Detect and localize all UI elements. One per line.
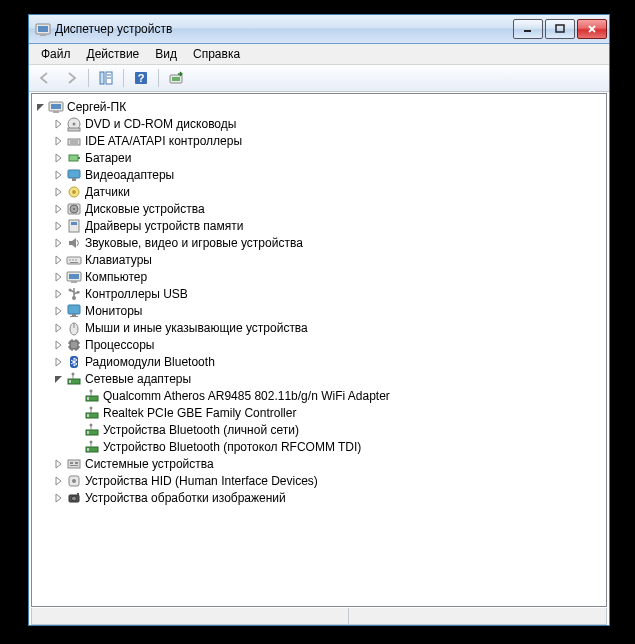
back-button[interactable] — [33, 66, 57, 90]
app-icon — [35, 21, 51, 37]
expand-arrow-icon[interactable] — [54, 136, 64, 146]
tree-item-label: Клавиатуры — [85, 253, 152, 267]
tree-item-label: Процессоры — [85, 338, 155, 352]
tree-item-label: Qualcomm Atheros AR9485 802.11b/g/n WiFi… — [103, 389, 390, 403]
tree-category[interactable]: Батареи — [32, 149, 606, 166]
menu-view[interactable]: Вид — [147, 45, 185, 63]
net-icon — [66, 371, 82, 387]
tree-device[interactable]: Устройство Bluetooth (протокол RFCOMM TD… — [32, 438, 606, 455]
tree-device[interactable]: Qualcomm Atheros AR9485 802.11b/g/n WiFi… — [32, 387, 606, 404]
disc-icon — [66, 116, 82, 132]
bt-icon — [66, 354, 82, 370]
close-button[interactable] — [577, 19, 607, 39]
separator — [123, 69, 124, 87]
tree-category[interactable]: Процессоры — [32, 336, 606, 353]
tree-root[interactable]: Сергей-ПК — [32, 98, 606, 115]
tree-category[interactable]: Сетевые адаптеры — [32, 370, 606, 387]
window-title: Диспетчер устройств — [55, 22, 511, 36]
menu-action[interactable]: Действие — [79, 45, 148, 63]
expand-arrow-icon[interactable] — [54, 459, 64, 469]
tree-item-label: Сергей-ПК — [67, 100, 126, 114]
kbd-icon — [66, 252, 82, 268]
tree-category[interactable]: Звуковые, видео и игровые устройства — [32, 234, 606, 251]
no-arrow — [72, 391, 82, 401]
snd-icon — [66, 235, 82, 251]
forward-button[interactable] — [59, 66, 83, 90]
expand-arrow-icon[interactable] — [54, 272, 64, 282]
hid-icon — [66, 473, 82, 489]
collapse-arrow-icon[interactable] — [54, 374, 64, 384]
tree-category[interactable]: Устройства обработки изображений — [32, 489, 606, 506]
svg-rect-7 — [100, 72, 104, 84]
tree-item-label: IDE ATA/ATAPI контроллеры — [85, 134, 242, 148]
tree-item-label: Батареи — [85, 151, 131, 165]
net-icon — [84, 405, 100, 421]
expand-arrow-icon[interactable] — [54, 476, 64, 486]
tree-category[interactable]: Драйверы устройств памяти — [32, 217, 606, 234]
expand-arrow-icon[interactable] — [54, 340, 64, 350]
tree-item-label: Дисковые устройства — [85, 202, 205, 216]
expand-arrow-icon[interactable] — [54, 306, 64, 316]
pc-icon — [66, 269, 82, 285]
pc-icon — [48, 99, 64, 115]
scan-hardware-button[interactable] — [164, 66, 188, 90]
separator — [158, 69, 159, 87]
toolbar: ? — [29, 65, 609, 92]
tree-item-label: Сетевые адаптеры — [85, 372, 191, 386]
tree-item-label: Звуковые, видео и игровые устройства — [85, 236, 303, 250]
tree-item-label: Датчики — [85, 185, 130, 199]
expand-arrow-icon[interactable] — [54, 493, 64, 503]
statusbar — [31, 608, 607, 625]
tree-category[interactable]: Видеоадаптеры — [32, 166, 606, 183]
svg-rect-2 — [40, 34, 46, 36]
tree-category[interactable]: Контроллеры USB — [32, 285, 606, 302]
tree-category[interactable]: Мыши и иные указывающие устройства — [32, 319, 606, 336]
tree-category[interactable]: Клавиатуры — [32, 251, 606, 268]
titlebar[interactable]: Диспетчер устройств — [29, 15, 609, 44]
tree-category[interactable]: Радиомодули Bluetooth — [32, 353, 606, 370]
svg-rect-4 — [556, 25, 564, 32]
menu-file[interactable]: Файл — [33, 45, 79, 63]
tree-category[interactable]: Устройства HID (Human Interface Devices) — [32, 472, 606, 489]
help-button[interactable]: ? — [129, 66, 153, 90]
tree-item-label: Устройства Bluetooth (личной сети) — [103, 423, 299, 437]
expand-arrow-icon[interactable] — [54, 187, 64, 197]
tree-item-label: Мыши и иные указывающие устройства — [85, 321, 308, 335]
tree-category[interactable]: IDE ATA/ATAPI контроллеры — [32, 132, 606, 149]
device-manager-window: Диспетчер устройств Файл Действие Вид Сп… — [28, 14, 610, 626]
tree-category[interactable]: Датчики — [32, 183, 606, 200]
expand-arrow-icon[interactable] — [54, 204, 64, 214]
tree-item-label: Радиомодули Bluetooth — [85, 355, 215, 369]
maximize-button[interactable] — [545, 19, 575, 39]
tree-device[interactable]: Устройства Bluetooth (личной сети) — [32, 421, 606, 438]
show-hide-tree-button[interactable] — [94, 66, 118, 90]
expand-arrow-icon[interactable] — [54, 170, 64, 180]
expand-arrow-icon[interactable] — [54, 238, 64, 248]
expand-arrow-icon[interactable] — [54, 357, 64, 367]
tree-item-label: Устройство Bluetooth (протокол RFCOMM TD… — [103, 440, 361, 454]
expand-arrow-icon[interactable] — [54, 289, 64, 299]
no-arrow — [72, 442, 82, 452]
separator — [88, 69, 89, 87]
minimize-button[interactable] — [513, 19, 543, 39]
expand-arrow-icon[interactable] — [54, 221, 64, 231]
menu-help[interactable]: Справка — [185, 45, 248, 63]
tree-device[interactable]: Realtek PCIe GBE Family Controller — [32, 404, 606, 421]
expand-arrow-icon[interactable] — [54, 153, 64, 163]
svg-text:?: ? — [138, 72, 145, 84]
expand-arrow-icon[interactable] — [54, 255, 64, 265]
tree-item-label: Видеоадаптеры — [85, 168, 174, 182]
tree-category[interactable]: Дисковые устройства — [32, 200, 606, 217]
vid-icon — [66, 167, 82, 183]
net-icon — [84, 422, 100, 438]
svg-rect-14 — [172, 77, 180, 81]
collapse-arrow-icon[interactable] — [36, 102, 46, 112]
tree-category[interactable]: Мониторы — [32, 302, 606, 319]
device-tree[interactable]: Сергей-ПКDVD и CD-ROM дисководыIDE ATA/A… — [31, 93, 607, 607]
expand-arrow-icon[interactable] — [54, 323, 64, 333]
tree-item-label: Компьютер — [85, 270, 147, 284]
tree-category[interactable]: DVD и CD-ROM дисководы — [32, 115, 606, 132]
tree-category[interactable]: Системные устройства — [32, 455, 606, 472]
tree-category[interactable]: Компьютер — [32, 268, 606, 285]
expand-arrow-icon[interactable] — [54, 119, 64, 129]
